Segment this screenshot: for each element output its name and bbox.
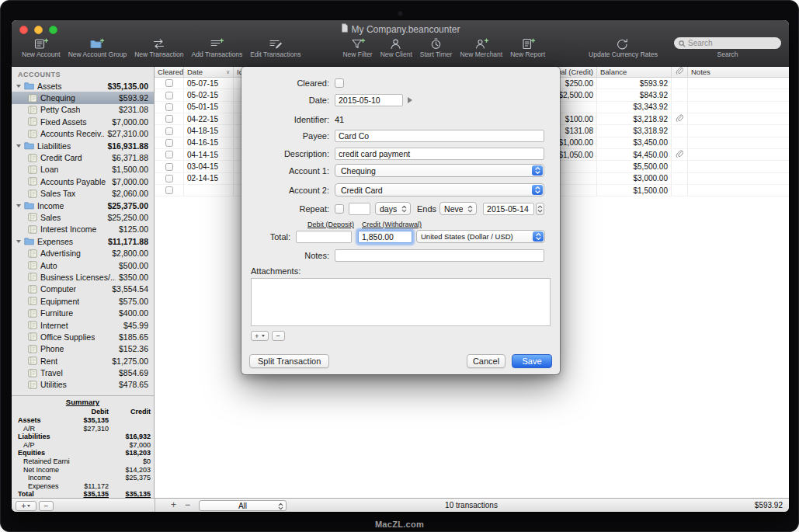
- toolbar-button-new-client[interactable]: New Client: [377, 37, 416, 58]
- add-account-button[interactable]: +: [16, 501, 36, 511]
- row-cleared-checkbox[interactable]: [165, 103, 173, 111]
- popup-arrows-icon: [532, 185, 543, 195]
- disclosure-triangle-icon[interactable]: [16, 144, 21, 148]
- repeat-end-date-field[interactable]: 2015-05-14: [483, 203, 534, 215]
- payee-field[interactable]: Card Co: [335, 130, 544, 142]
- date-disclosure-icon[interactable]: [408, 97, 412, 103]
- accounts-sidebar: ACCOUNTS Assets $35,135.00 Chequing $593…: [12, 67, 155, 498]
- credit-column-label[interactable]: Credit (Withdrawal): [362, 221, 422, 228]
- col-header-date[interactable]: Date ∨: [184, 67, 234, 77]
- save-button[interactable]: Save: [512, 354, 552, 368]
- dialog-cleared-checkbox[interactable]: [335, 78, 344, 88]
- row-cleared-checkbox[interactable]: [165, 92, 173, 99]
- sidebar-item-internet[interactable]: Internet $45.99: [12, 319, 154, 331]
- search-input[interactable]: Search: [674, 37, 781, 49]
- sidebar-item-advertising[interactable]: Advertising $2,800.00: [12, 247, 154, 259]
- row-cleared-checkbox[interactable]: [165, 151, 173, 158]
- repeat-ends-popup[interactable]: Never: [439, 202, 477, 215]
- sidebar-item-rent[interactable]: Rent $1,275.00: [12, 355, 154, 367]
- row-cleared-checkbox[interactable]: [165, 115, 173, 123]
- account-list: Assets $35,135.00 Chequing $593.92 Petty…: [12, 80, 154, 391]
- toolbar-button-new-report[interactable]: New Report: [506, 37, 549, 58]
- col-header-cleared[interactable]: Cleared: [155, 67, 184, 77]
- toolbar-button-update-currency-rates[interactable]: Update Currency Rates: [585, 37, 662, 58]
- toolbar-button-new-merchant[interactable]: New Merchant: [456, 37, 506, 58]
- remove-account-button[interactable]: −: [39, 501, 54, 511]
- total-credit-field[interactable]: 1,850.00: [358, 231, 412, 243]
- repeat-unit-popup[interactable]: days: [375, 202, 411, 215]
- date-stepper[interactable]: [536, 203, 544, 215]
- sidebar-item-sales[interactable]: Sales $25,250.00: [12, 211, 154, 223]
- new-account-group-icon: [89, 37, 106, 50]
- toolbar-button-edit-transactions[interactable]: Edit Transactions: [246, 37, 304, 58]
- sidebar-item-sales-tax[interactable]: Sales Tax $2,060.00: [12, 188, 154, 200]
- description-field[interactable]: credit card payment: [335, 148, 544, 160]
- sidebar-item-travel[interactable]: Travel $854.69: [12, 367, 154, 378]
- disclosure-triangle-icon[interactable]: [16, 204, 21, 207]
- add-transaction-button[interactable]: +: [171, 499, 176, 512]
- row-cleared-checkbox[interactable]: [165, 163, 173, 171]
- sidebar-item-fixed-assets[interactable]: Fixed Assets $7,000.00: [12, 116, 154, 127]
- sidebar-item-credit-card[interactable]: Credit Card $6,371.88: [12, 151, 154, 163]
- remove-transaction-button[interactable]: −: [185, 499, 190, 512]
- sidebar-item-business-licenses[interactable]: Business Licenses/... $350.00: [12, 271, 154, 283]
- row-cleared-checkbox[interactable]: [165, 79, 173, 87]
- sidebar-item-income[interactable]: Income $25,375.00: [12, 200, 154, 211]
- sidebar-item-accounts-payable[interactable]: Accounts Payable $7,000.00: [12, 176, 154, 187]
- toolbar-button-new-account[interactable]: New Account: [18, 37, 64, 58]
- account1-popup[interactable]: Chequing: [335, 164, 544, 177]
- disclosure-triangle-icon[interactable]: [16, 240, 21, 243]
- sidebar-item-liabilities[interactable]: Liabilities $16,931.88: [12, 140, 154, 151]
- filter-popup[interactable]: All: [199, 500, 287, 511]
- row-cleared-checkbox[interactable]: [165, 127, 173, 135]
- currency-popup[interactable]: United States (Dollar / USD): [416, 230, 545, 243]
- sidebar-item-loan[interactable]: Loan $1,500.00: [12, 164, 154, 176]
- add-attachment-button[interactable]: +: [251, 331, 269, 341]
- toolbar-button-new-account-group[interactable]: New Account Group: [64, 37, 131, 58]
- col-header-balance[interactable]: Balance: [597, 67, 672, 77]
- debit-column-label[interactable]: Debit (Deposit): [307, 221, 354, 228]
- sidebar-item-expenses[interactable]: Expenses $11,171.88: [12, 235, 154, 247]
- date-label: Date:: [241, 96, 335, 105]
- total-debit-field[interactable]: [296, 231, 352, 243]
- sidebar-item-office-supplies[interactable]: Office Supplies $185.65: [12, 331, 154, 342]
- sidebar-item-equipment[interactable]: Equipment $575.00: [12, 295, 154, 307]
- row-date: 04-18-15: [184, 125, 234, 136]
- sidebar-item-chequing[interactable]: Chequing $593.92: [12, 92, 154, 103]
- toolbar-button-start-timer[interactable]: Start Timer: [416, 37, 457, 58]
- sidebar-item-interest-income[interactable]: Interest Income $125.00: [12, 224, 154, 235]
- notes-field[interactable]: [335, 249, 544, 262]
- row-cleared-checkbox[interactable]: [165, 139, 173, 147]
- sidebar-item-furniture[interactable]: Furniture $400.00: [12, 307, 154, 318]
- row-cleared-checkbox[interactable]: [165, 186, 173, 194]
- toolbar-button-add-transactions[interactable]: Add Transactions: [188, 37, 247, 58]
- toolbar-button-new-filter[interactable]: New Filter: [339, 37, 376, 58]
- row-notes: [688, 78, 789, 89]
- attachments-box[interactable]: [251, 278, 551, 326]
- sidebar-item-petty-cash[interactable]: Petty Cash $231.08: [12, 104, 154, 116]
- disclosure-triangle-icon[interactable]: [16, 85, 21, 88]
- col-header-notes[interactable]: Notes: [688, 67, 789, 77]
- sidebar-item-auto[interactable]: Auto $500.00: [12, 259, 154, 271]
- row-balance: $5,500.00: [597, 161, 672, 172]
- ledger-icon: [28, 177, 37, 186]
- sidebar-item-accounts-receiv[interactable]: Accounts Receiv... $27,310.00: [12, 128, 154, 140]
- row-notes: [688, 89, 789, 100]
- popup-arrows-icon: [533, 231, 544, 242]
- repeat-checkbox[interactable]: [335, 204, 344, 214]
- cancel-button[interactable]: Cancel: [467, 354, 505, 368]
- summary-panel: Summary Debit Credit Assets $35,135 A/R …: [12, 395, 154, 498]
- toolbar-button-new-transaction[interactable]: New Transaction: [130, 37, 187, 58]
- repeat-every-field[interactable]: [349, 203, 370, 215]
- sidebar-item-assets[interactable]: Assets $35,135.00: [12, 80, 154, 92]
- col-header-attachment[interactable]: [672, 67, 688, 77]
- row-cleared-checkbox[interactable]: [165, 175, 173, 183]
- account2-popup[interactable]: Credit Card: [335, 183, 544, 196]
- date-field[interactable]: 2015-05-10: [335, 94, 403, 106]
- sidebar-item-computer[interactable]: Computer $3,554.54: [12, 283, 154, 295]
- summary-rows: Assets $35,135 A/R $27,310 Liabilities $…: [12, 416, 154, 499]
- split-transaction-button[interactable]: Split Transaction: [249, 354, 329, 368]
- sidebar-item-phone[interactable]: Phone $152.36: [12, 343, 154, 355]
- sidebar-item-utilities[interactable]: Utilities $478.65: [12, 379, 154, 391]
- remove-attachment-button[interactable]: −: [272, 331, 285, 341]
